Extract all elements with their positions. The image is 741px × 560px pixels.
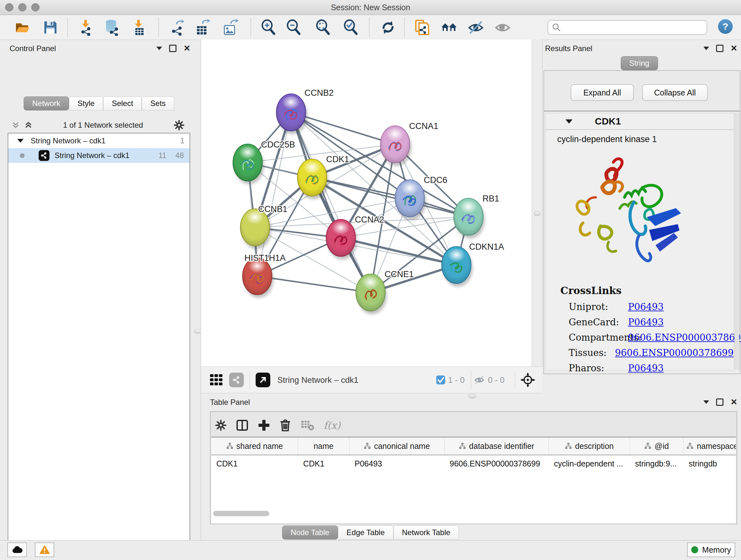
warnings-button[interactable] xyxy=(35,543,54,557)
import-table-button[interactable] xyxy=(131,19,148,36)
column-header-@id[interactable]: @id xyxy=(630,437,684,455)
network-node-HIST1H1A[interactable]: HIST1H1A xyxy=(243,253,286,298)
float-panel-icon[interactable] xyxy=(716,398,724,406)
cell-database-identifier[interactable]: 9606.ENSP00000378699 xyxy=(445,459,549,469)
crosslink-link[interactable]: P06493 xyxy=(628,317,664,327)
cell-name[interactable]: CDK1 xyxy=(298,459,349,469)
show-all-button[interactable] xyxy=(494,19,511,36)
import-database-button[interactable] xyxy=(104,19,121,36)
network-edge-HIST1H1A-CCNE1[interactable] xyxy=(257,276,370,293)
network-node-CCNE1[interactable]: CCNE1 xyxy=(356,269,414,314)
tab-string[interactable]: String xyxy=(621,56,658,70)
cell-canonical-name[interactable]: P06493 xyxy=(349,459,445,469)
column-header-namespace[interactable]: namespace xyxy=(684,437,736,455)
function-builder-button[interactable]: f(x) xyxy=(324,420,340,431)
home-button[interactable] xyxy=(441,19,458,36)
network-node-CDKN1A[interactable]: CDKN1A xyxy=(442,242,504,287)
crosslink-link[interactable]: 9606.ENSP00000378699 xyxy=(615,348,734,358)
tab-sets[interactable]: Sets xyxy=(142,97,174,111)
search-input[interactable] xyxy=(548,20,707,35)
gear-icon[interactable] xyxy=(215,420,226,431)
network-node-CCNA2[interactable]: CCNA2 xyxy=(326,215,384,260)
tab-network-table[interactable]: Network Table xyxy=(394,525,459,540)
float-panel-icon[interactable] xyxy=(716,45,724,52)
panel-menu-icon[interactable] xyxy=(703,47,709,50)
gear-icon[interactable] xyxy=(174,120,185,131)
float-panel-icon[interactable] xyxy=(169,45,177,52)
add-column-icon[interactable] xyxy=(258,419,270,431)
selected-checkbox-icon[interactable] xyxy=(436,375,446,385)
panel-splitter-handle[interactable] xyxy=(534,211,541,216)
network-collection-row[interactable]: String Network – cdk1 1 xyxy=(8,133,190,148)
column-header-description[interactable]: description xyxy=(549,437,630,455)
network-node-CCNB2[interactable]: CCNB2 xyxy=(276,88,334,134)
table-row[interactable]: CDK1CDK1P064939606.ENSP00000378699cyclin… xyxy=(211,455,736,472)
delete-column-icon[interactable] xyxy=(280,419,291,432)
crosshair-icon[interactable] xyxy=(521,373,535,387)
delete-table-icon[interactable] xyxy=(300,420,314,431)
crosslink-link[interactable]: P06493 xyxy=(628,301,664,312)
collection-expander-icon[interactable] xyxy=(17,139,23,143)
network-row[interactable]: String Network – cdk1 11 48 xyxy=(8,148,190,163)
crosslink-link[interactable]: 9606.ENSP00000378699 xyxy=(628,332,741,343)
tab-select[interactable]: Select xyxy=(103,97,142,111)
column-header-canonical-name[interactable]: canonical name xyxy=(349,437,445,455)
collapse-all-icon[interactable] xyxy=(11,121,20,129)
cell-namespace[interactable]: stringdb xyxy=(684,459,736,469)
hidden-eye-slash-icon[interactable] xyxy=(473,374,485,385)
column-header-name[interactable]: name xyxy=(298,437,349,455)
birdseye-toggle-icon[interactable] xyxy=(256,373,270,387)
network-edge-CCNB2-HIST1H1A[interactable] xyxy=(257,112,291,276)
cell-@id[interactable]: stringdb:9... xyxy=(630,459,684,469)
show-columns-icon[interactable] xyxy=(236,419,248,431)
expand-all-button[interactable]: Expand All xyxy=(570,84,634,101)
panel-menu-icon[interactable] xyxy=(156,47,162,50)
first-neighbors-button[interactable] xyxy=(414,19,431,36)
export-table-button[interactable] xyxy=(194,19,211,36)
tab-node-table[interactable]: Node Table xyxy=(282,525,338,540)
column-header-shared-name[interactable]: shared name xyxy=(211,437,298,455)
export-network-button[interactable] xyxy=(169,19,186,36)
network-edges[interactable] xyxy=(248,112,468,293)
close-panel-icon[interactable]: ✕ xyxy=(731,398,738,406)
network-canvas[interactable]: CCNB2CCNA1CDC25BCDK1CDC6RB1CCNB1CCNA2CDK… xyxy=(201,40,532,367)
table-horizontal-scrollbar[interactable] xyxy=(213,511,269,516)
expand-all-icon[interactable] xyxy=(24,121,32,129)
close-panel-icon[interactable]: ✕ xyxy=(184,44,191,52)
network-type-badge-icon[interactable] xyxy=(229,373,244,387)
network-node-RB1[interactable]: RB1 xyxy=(454,194,499,239)
open-session-button[interactable] xyxy=(14,19,31,36)
network-graph[interactable]: CCNB2CCNA1CDC25BCDK1CDC6RB1CCNB1CCNA2CDK… xyxy=(201,40,532,367)
network-node-CDC6[interactable]: CDC6 xyxy=(395,175,448,220)
grid-view-icon[interactable] xyxy=(209,373,223,387)
network-node-CCNB1[interactable]: CCNB1 xyxy=(240,204,287,249)
tab-style[interactable]: Style xyxy=(69,97,103,111)
cell-description[interactable]: cyclin-dependent ... xyxy=(549,459,630,469)
network-edge-CCNB2-CCNE1[interactable] xyxy=(291,112,370,293)
zoom-out-button[interactable] xyxy=(285,19,302,36)
tab-edge-table[interactable]: Edge Table xyxy=(338,525,394,540)
network-node-CDK1[interactable]: CDK1 xyxy=(297,154,349,199)
export-image-button[interactable] xyxy=(222,19,239,36)
zoom-fit-button[interactable] xyxy=(314,19,332,36)
tab-network[interactable]: Network xyxy=(23,97,69,111)
network-nodes[interactable]: CCNB2CCNA1CDC25BCDK1CDC6RB1CCNB1CCNA2CDK… xyxy=(233,88,504,314)
collapse-all-button[interactable]: Collapse All xyxy=(642,84,708,101)
crosslink-link[interactable]: P06493 xyxy=(628,363,664,374)
network-edge-CCNA2-CDKN1A[interactable] xyxy=(341,238,456,265)
import-network-button[interactable] xyxy=(77,19,95,36)
panel-menu-icon[interactable] xyxy=(703,400,709,404)
entry-expander-icon[interactable] xyxy=(565,119,572,124)
results-scrollbar[interactable] xyxy=(735,113,739,370)
cell-shared-name[interactable]: CDK1 xyxy=(211,459,298,469)
memory-button[interactable]: Memory xyxy=(687,543,735,557)
column-header-database-identifier[interactable]: database identifier xyxy=(445,437,549,455)
search-field[interactable] xyxy=(561,21,706,34)
network-node-CDC25B[interactable]: CDC25B xyxy=(233,140,295,184)
refresh-button[interactable] xyxy=(380,19,397,36)
zoom-selected-button[interactable] xyxy=(342,19,359,36)
zoom-in-button[interactable] xyxy=(260,19,277,36)
save-session-button[interactable] xyxy=(42,19,59,36)
close-panel-icon[interactable]: ✕ xyxy=(731,44,738,52)
panel-splitter-handle[interactable] xyxy=(194,329,202,334)
